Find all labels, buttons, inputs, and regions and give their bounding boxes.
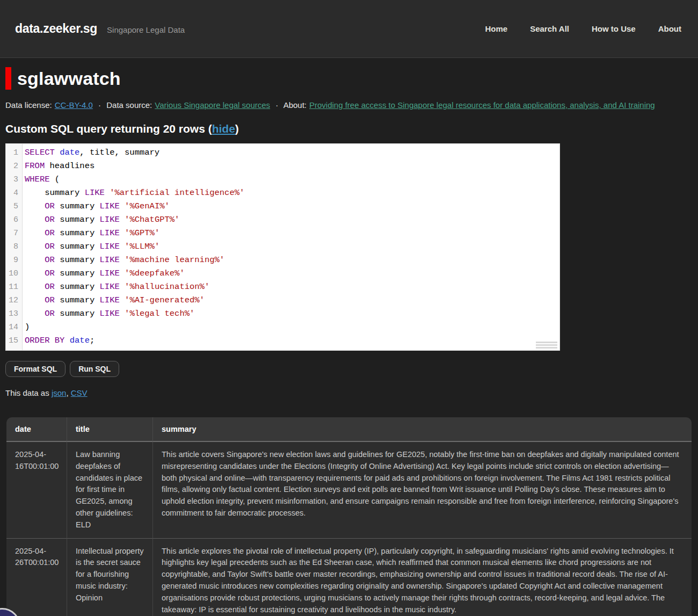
sql-line-code: OR summary LIKE '%legal tech%': [22, 307, 194, 321]
sql-line[interactable]: 6 OR summary LIKE '%ChatGPT%': [6, 213, 559, 227]
sql-line[interactable]: 2FROM headlines: [6, 160, 559, 173]
sql-line-number: 11: [6, 280, 22, 294]
column-header-title: title: [67, 417, 152, 442]
sql-line-number: 6: [6, 213, 22, 227]
sql-line-code: summary LIKE '%artificial intelligence%': [22, 186, 244, 200]
table-row: 2025-04-26T00:01:00Intellectual property…: [6, 539, 692, 616]
cell-summary: This article explores the pivotal role o…: [152, 539, 692, 616]
about-link[interactable]: Providing free access to Singapore legal…: [309, 100, 655, 110]
sql-line-code: ORDER BY date;: [22, 334, 94, 347]
sql-line-code: OR summary LIKE '%ChatGPT%': [22, 213, 179, 227]
sql-line-number: 3: [6, 173, 22, 186]
sql-line-code: WHERE (: [22, 173, 60, 186]
sql-line-code: OR summary LIKE '%hallucination%': [22, 280, 209, 294]
source-label: Data source:: [106, 100, 152, 110]
cell-summary: This article covers Singapore's new elec…: [152, 442, 692, 539]
results-table-header-row: datetitlesummary: [6, 417, 692, 442]
export-line: This data as json, CSV: [5, 388, 693, 397]
sql-line-number: 9: [6, 253, 22, 267]
sql-line[interactable]: 5 OR summary LIKE '%GenAI%': [6, 200, 559, 213]
sql-line[interactable]: 10 OR summary LIKE '%deepfake%': [6, 267, 559, 280]
title-accent-bar: [5, 67, 11, 90]
sql-line-code: OR summary LIKE '%deepfake%': [22, 267, 185, 280]
cell-date: 2025-04-26T00:01:00: [6, 539, 67, 616]
about-label: About:: [283, 100, 307, 110]
sql-line-code: SELECT date, title, summary: [22, 146, 159, 160]
nav-link-how-to-use[interactable]: How to Use: [592, 24, 636, 33]
hide-query-link[interactable]: hide: [212, 122, 235, 135]
export-label: This data as: [5, 388, 49, 397]
results-table: datetitlesummary 2025-04-16T00:01:00Law …: [6, 417, 692, 616]
run-sql-button[interactable]: Run SQL: [70, 361, 119, 377]
nav-link-about[interactable]: About: [658, 24, 681, 33]
sql-line-code: OR summary LIKE '%machine learning%': [22, 253, 224, 267]
sql-line[interactable]: 15ORDER BY date;: [6, 334, 559, 347]
nav-link-home[interactable]: Home: [485, 24, 507, 33]
sql-line-number: 7: [6, 227, 22, 240]
meta-separator: ·: [275, 100, 278, 110]
sql-line[interactable]: 3WHERE (: [6, 173, 559, 186]
export-comma: ,: [66, 388, 70, 397]
sql-line[interactable]: 4 summary LIKE '%artificial intelligence…: [6, 186, 559, 200]
sql-line[interactable]: 1SELECT date, title, summary: [6, 146, 559, 160]
database-title-row: sglawwatch: [5, 67, 693, 90]
format-sql-button[interactable]: Format SQL: [5, 361, 66, 377]
sql-line[interactable]: 8 OR summary LIKE '%LLM%': [6, 240, 559, 253]
table-row: 2025-04-16T00:01:00Law banning deepfakes…: [6, 442, 692, 539]
query-heading-suffix: ): [235, 122, 239, 135]
database-meta: Data license:CC-BY-4.0 · Data source:Var…: [5, 100, 693, 110]
site-header: data.zeeker.sg Singapore Legal Data Home…: [0, 0, 698, 58]
sql-line-number: 5: [6, 200, 22, 213]
sql-line-number: 15: [6, 334, 22, 347]
logo-group: data.zeeker.sg Singapore Legal Data: [15, 21, 185, 36]
license-label: Data license:: [5, 100, 52, 110]
query-heading: Custom SQL query returning 20 rows (hide…: [5, 122, 693, 135]
sql-line[interactable]: 12 OR summary LIKE '%AI-generated%': [6, 294, 559, 307]
main-nav: HomeSearch AllHow to UseAbout: [485, 24, 681, 33]
results-table-wrap: datetitlesummary 2025-04-16T00:01:00Law …: [6, 417, 692, 616]
sql-actions: Format SQL Run SQL: [5, 361, 693, 377]
cell-title: Intellectual property is the secret sauc…: [67, 539, 152, 616]
editor-resize-grip-icon[interactable]: [536, 342, 557, 349]
page-title: sglawwatch: [17, 68, 121, 89]
sql-line-number: 12: [6, 294, 22, 307]
site-tagline: Singapore Legal Data: [107, 25, 185, 34]
query-heading-text: Custom SQL query returning 20 rows (: [5, 122, 212, 135]
sql-line[interactable]: 9 OR summary LIKE '%machine learning%': [6, 253, 559, 267]
export-csv-link[interactable]: CSV: [71, 388, 88, 397]
sql-code-lines: 1SELECT date, title, summary2FROM headli…: [6, 146, 559, 347]
sql-line-code: OR summary LIKE '%GenAI%': [22, 200, 170, 213]
page-body: sglawwatch Data license:CC-BY-4.0 · Data…: [0, 67, 698, 616]
sql-line-code: FROM headlines: [22, 160, 94, 173]
column-header-date: date: [6, 417, 67, 442]
sql-line[interactable]: 11 OR summary LIKE '%hallucination%': [6, 280, 559, 294]
sql-line-number: 1: [6, 146, 22, 160]
sql-line-number: 13: [6, 307, 22, 321]
meta-separator: ·: [98, 100, 101, 110]
site-logo[interactable]: data.zeeker.sg: [15, 21, 97, 36]
sql-line-number: 4: [6, 186, 22, 200]
sql-line-number: 8: [6, 240, 22, 253]
sql-line-code: OR summary LIKE '%GPT%': [22, 227, 159, 240]
source-link[interactable]: Various Singapore legal sources: [155, 100, 270, 110]
sql-line-code: OR summary LIKE '%LLM%': [22, 240, 159, 253]
sql-editor[interactable]: 1SELECT date, title, summary2FROM headli…: [5, 143, 560, 351]
sql-line[interactable]: 14): [6, 321, 559, 334]
sql-line-number: 2: [6, 160, 22, 173]
cell-date: 2025-04-16T00:01:00: [6, 442, 67, 539]
license-link[interactable]: CC-BY-4.0: [55, 100, 93, 110]
column-header-summary: summary: [152, 417, 692, 442]
sql-line-number: 14: [6, 321, 22, 334]
sql-line[interactable]: 13 OR summary LIKE '%legal tech%': [6, 307, 559, 321]
sql-line-number: 10: [6, 267, 22, 280]
sql-line[interactable]: 7 OR summary LIKE '%GPT%': [6, 227, 559, 240]
cell-title: Law banning deepfakes of candidates in p…: [67, 442, 152, 539]
sql-line-code: ): [22, 321, 30, 334]
sql-line-code: OR summary LIKE '%AI-generated%': [22, 294, 205, 307]
nav-link-search-all[interactable]: Search All: [530, 24, 569, 33]
results-table-body: 2025-04-16T00:01:00Law banning deepfakes…: [6, 442, 692, 616]
export-json-link[interactable]: json: [52, 388, 67, 397]
